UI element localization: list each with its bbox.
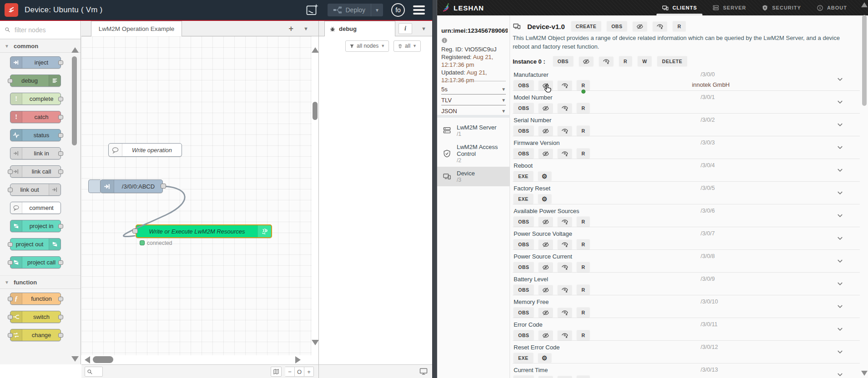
inject-trigger-button[interactable] xyxy=(88,179,101,193)
palette-scroll-up-arrow[interactable] xyxy=(71,47,79,53)
chevron-down-icon[interactable] xyxy=(837,121,843,128)
window-split-divider[interactable] xyxy=(432,0,437,378)
palette-node-comment[interactable]: comment xyxy=(10,202,61,214)
chevron-down-icon[interactable] xyxy=(837,76,843,83)
flow-list-caret[interactable]: ▼ xyxy=(303,26,308,31)
tab-debug[interactable]: debug xyxy=(324,21,395,36)
observe-composite-stop-button[interactable] xyxy=(558,104,572,113)
inject-node[interactable]: /3/0/0:ABCD xyxy=(100,179,163,193)
add-flow-button[interactable]: + xyxy=(288,24,293,34)
page-scrollbar-thumb[interactable] xyxy=(862,15,867,106)
palette-node-inject[interactable]: inject xyxy=(10,56,61,69)
canvas-horizontal-scrollbar-thumb[interactable] xyxy=(93,356,113,363)
object-item-device[interactable]: Device/3 xyxy=(437,167,510,186)
passive-observe-stop-button[interactable] xyxy=(539,263,553,272)
deploy-button[interactable]: Deploy ▼ xyxy=(328,4,384,16)
chevron-down-icon[interactable] xyxy=(837,280,843,287)
passive-observe-stop-button[interactable] xyxy=(539,331,553,340)
palette-node-change[interactable]: change xyxy=(10,329,61,341)
passive-observe-stop-button[interactable] xyxy=(539,149,553,159)
observe-composite-stop-button[interactable] xyxy=(558,217,572,227)
object-item-lwm2m-server[interactable]: LwM2M Server/1 xyxy=(437,121,510,140)
timeout-select[interactable]: 5s▼ xyxy=(441,85,506,94)
inject-output-port[interactable] xyxy=(161,184,166,189)
chevron-down-icon[interactable] xyxy=(837,258,843,264)
palette-category-function[interactable]: ▼function xyxy=(0,275,81,289)
single-format-select[interactable]: TLV▼ xyxy=(441,95,506,105)
execute-with-params-button[interactable]: ⚙ xyxy=(538,194,551,204)
flow-tab[interactable]: LwM2M Operation Example xyxy=(91,21,182,36)
obs-button[interactable]: OBS xyxy=(514,126,534,136)
zoom-out-button[interactable]: − xyxy=(285,367,295,377)
palette-scroll-down-arrow[interactable] xyxy=(71,356,79,362)
nav-item-security[interactable]: SECURITY xyxy=(762,0,801,15)
page-scroll-down-arrow[interactable] xyxy=(861,371,868,376)
obs-button[interactable]: OBS xyxy=(514,330,534,340)
obs-button[interactable]: OBS xyxy=(514,308,534,318)
canvas-scroll-right-arrow[interactable] xyxy=(295,356,301,363)
r-button[interactable]: R xyxy=(577,80,590,90)
palette-scrollbar-thumb[interactable] xyxy=(72,56,77,145)
observe-composite-stop-button[interactable] xyxy=(558,126,572,136)
deploy-options-caret[interactable]: ▼ xyxy=(371,4,383,16)
canvas-scroll-down-arrow[interactable] xyxy=(312,340,319,345)
r-button[interactable]: R xyxy=(577,376,590,378)
r-button[interactable]: R xyxy=(577,149,590,159)
page-scroll-up-arrow[interactable] xyxy=(861,2,868,7)
passive-observe-stop-button[interactable] xyxy=(539,240,553,249)
canvas-vertical-scrollbar-thumb[interactable] xyxy=(313,102,318,120)
observe-composite-stop-button[interactable] xyxy=(558,308,572,318)
obs-button[interactable]: OBS xyxy=(607,21,627,31)
palette-category-common[interactable]: ▼common xyxy=(0,39,81,53)
passive-observe-stop-button[interactable] xyxy=(579,57,593,66)
palette-node-complete[interactable]: !complete xyxy=(10,93,61,105)
passive-observe-stop-button[interactable] xyxy=(539,285,553,295)
info-icon[interactable] xyxy=(441,37,448,44)
passive-observe-stop-button[interactable] xyxy=(539,217,553,227)
r-button[interactable]: R xyxy=(673,21,686,31)
nav-item-about[interactable]: ABOUT xyxy=(817,0,847,15)
nav-item-clients[interactable]: CLIENTS xyxy=(662,0,697,15)
r-button[interactable]: R xyxy=(577,330,590,340)
user-menu-button[interactable]: fo xyxy=(391,3,405,17)
debug-clear-button[interactable]: all ▼ xyxy=(394,40,421,52)
delete-button[interactable]: DELETE xyxy=(657,56,686,66)
chevron-down-icon[interactable] xyxy=(837,235,843,242)
chevron-down-icon[interactable] xyxy=(837,144,843,151)
chevron-down-icon[interactable] xyxy=(837,167,843,174)
export-flow-icon[interactable] xyxy=(306,3,319,17)
palette-node-project-call[interactable]: project call xyxy=(10,256,61,269)
monitor-icon[interactable] xyxy=(419,367,428,376)
r-button[interactable]: R xyxy=(577,262,590,272)
comment-node[interactable]: Write operation xyxy=(108,143,182,157)
canvas-horizontal-scrollbar[interactable] xyxy=(81,355,312,364)
palette-node-project-out[interactable]: project out xyxy=(10,238,61,250)
canvas-search-button[interactable] xyxy=(85,367,103,377)
passive-observe-stop-button[interactable] xyxy=(539,308,553,318)
exe-button[interactable]: EXE xyxy=(514,171,533,181)
obs-button[interactable]: OBS xyxy=(514,262,534,272)
palette-node-link-out[interactable]: link out xyxy=(10,184,61,196)
palette-node-link-call[interactable]: link call xyxy=(10,165,61,178)
palette-node-project-in[interactable]: project in xyxy=(10,220,61,232)
chevron-down-icon[interactable] xyxy=(837,371,843,378)
r-button[interactable]: R xyxy=(577,103,590,113)
chevron-down-icon[interactable] xyxy=(837,303,843,310)
palette-node-switch[interactable]: switch xyxy=(10,311,61,323)
navigator-toggle-button[interactable] xyxy=(271,367,282,377)
palette-search[interactable] xyxy=(0,21,81,39)
main-menu-button[interactable] xyxy=(413,5,425,15)
execute-with-params-button[interactable]: ⚙ xyxy=(538,172,551,181)
palette-node-link-in[interactable]: link in xyxy=(10,147,61,159)
chevron-down-icon[interactable] xyxy=(837,326,843,333)
deploy-button-main[interactable]: Deploy xyxy=(328,5,371,15)
r-button[interactable]: R xyxy=(577,308,590,318)
palette-node-function[interactable]: ƒfunction xyxy=(10,293,61,305)
sidebar-options-caret[interactable]: ▼ xyxy=(421,26,426,31)
obs-button[interactable]: OBS xyxy=(514,285,534,295)
r-button[interactable]: R xyxy=(619,56,632,66)
lwm2m-input-port[interactable] xyxy=(132,229,138,234)
observe-composite-stop-button[interactable] xyxy=(558,240,572,249)
observe-composite-stop-button[interactable] xyxy=(558,376,572,378)
observe-composite-stop-button[interactable] xyxy=(558,263,572,272)
